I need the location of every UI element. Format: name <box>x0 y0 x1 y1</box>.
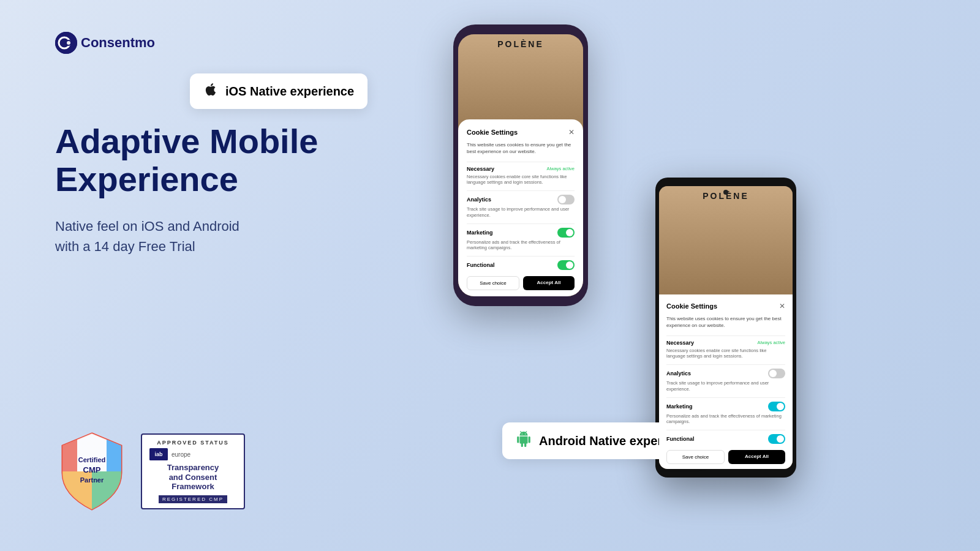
svg-rect-4 <box>62 433 77 471</box>
ios-screen: POLÈNE Cookie Settings ✕ This website us… <box>458 34 583 296</box>
svg-rect-5 <box>107 433 121 471</box>
android-marketing-section: Marketing Personalize ads and track the … <box>666 402 785 425</box>
android-necessary-desc: Necessary cookies enable core site funct… <box>666 348 785 360</box>
android-always-active: Always active <box>758 340 785 345</box>
ios-functional-title: Functional <box>467 262 495 268</box>
ios-accept-button[interactable]: Accept All <box>523 276 575 290</box>
ios-analytics-desc: Track site usage to improve performance … <box>467 206 575 219</box>
ios-necessary-section: Necessary Always active Necessary cookie… <box>467 166 575 186</box>
ios-analytics-title: Analytics <box>467 197 491 203</box>
android-screen: POLÈNE Cookie Settings ✕ This website us… <box>659 186 793 469</box>
ios-save-button[interactable]: Save choice <box>467 276 519 290</box>
ios-phone-container: POLÈNE Cookie Settings ✕ This website us… <box>453 24 588 306</box>
iab-registered-text: REGISTERED CMP <box>159 495 227 503</box>
android-close-button[interactable]: ✕ <box>779 302 785 310</box>
android-necessary-section: Necessary Always active Necessary cookie… <box>666 340 785 360</box>
android-necessary-title: Necessary <box>666 340 694 346</box>
badges-area: Certified CMP Partner APPROVED STATUS ia… <box>55 429 245 514</box>
main-title: Adaptive Mobile Experience <box>55 122 318 198</box>
ios-dialog-desc: This website uses cookies to ensure you … <box>467 141 575 155</box>
svg-text:iab: iab <box>154 451 163 457</box>
ios-functional-toggle[interactable] <box>557 260 575 270</box>
subtitle: Native feel on iOS and Android with a 14… <box>55 216 318 257</box>
camera-dot <box>723 190 728 195</box>
hero-section: Adaptive Mobile Experience Native feel o… <box>55 122 318 257</box>
android-dialog-buttons: Save choice Accept All <box>666 450 785 464</box>
ios-marketing-toggle[interactable] <box>557 228 575 238</box>
iab-logo-row: iab europe <box>149 448 236 460</box>
android-analytics-desc: Track site usage to improve performance … <box>666 380 785 392</box>
ios-marketing-desc: Personalize ads and track the effectiven… <box>467 239 575 252</box>
ios-phone: POLÈNE Cookie Settings ✕ This website us… <box>453 24 588 306</box>
ios-close-button[interactable]: ✕ <box>568 128 575 137</box>
svg-text:Partner: Partner <box>80 476 104 484</box>
ios-functional-section: Functional <box>467 260 575 270</box>
android-icon <box>516 431 532 451</box>
ios-dialog-title: Cookie Settings <box>467 129 518 136</box>
android-dialog-header: Cookie Settings ✕ <box>666 302 785 310</box>
ios-necessary-title: Necessary <box>467 166 494 172</box>
polene-label-ios: POLÈNE <box>497 39 544 49</box>
android-marketing-toggle[interactable] <box>768 402 785 411</box>
iab-approved-text: APPROVED STATUS <box>149 440 236 446</box>
iab-europe-text: europe <box>172 451 190 458</box>
ios-label-badge: iOS Native experience <box>190 73 368 109</box>
ios-dialog-header: Cookie Settings ✕ <box>467 128 575 137</box>
ios-marketing-title: Marketing <box>467 230 493 236</box>
ios-analytics-section: Analytics Track site usage to improve pe… <box>467 195 575 219</box>
ios-analytics-toggle[interactable] <box>557 195 575 204</box>
android-dialog-title: Cookie Settings <box>666 302 717 310</box>
ios-necessary-desc: Necessary cookies enable core site funct… <box>467 174 575 186</box>
ios-always-active: Always active <box>547 166 575 171</box>
iab-title: Transparency and Consent Framework <box>149 463 236 492</box>
cmp-badge: Certified CMP Partner <box>55 429 129 514</box>
cookie-dialog-android: Cookie Settings ✕ This website uses cook… <box>659 294 793 469</box>
ios-marketing-section: Marketing Personalize ads and track the … <box>467 228 575 252</box>
apple-icon <box>203 82 218 100</box>
android-dialog-desc: This website uses cookies to ensure you … <box>666 315 785 329</box>
android-accept-button[interactable]: Accept All <box>728 450 785 464</box>
android-functional-section: Functional <box>666 434 785 444</box>
android-marketing-desc: Personalize ads and track the effectiven… <box>666 413 785 425</box>
logo-icon <box>55 32 77 54</box>
android-functional-toggle[interactable] <box>768 434 785 444</box>
ios-label-text: iOS Native experience <box>225 84 354 99</box>
android-phone: POLÈNE Cookie Settings ✕ This website us… <box>655 178 796 478</box>
svg-text:Certified: Certified <box>78 456 106 463</box>
android-marketing-title: Marketing <box>666 403 693 410</box>
android-phone-container: POLÈNE Cookie Settings ✕ This website us… <box>655 178 796 478</box>
logo-text: Consentmo <box>81 35 155 51</box>
logo: Consentmo <box>55 32 155 54</box>
ios-dialog-buttons: Save choice Accept All <box>467 276 575 290</box>
iab-badge: APPROVED STATUS iab europe Transparency … <box>141 433 245 509</box>
svg-text:CMP: CMP <box>83 465 101 474</box>
android-save-button[interactable]: Save choice <box>666 450 725 464</box>
android-analytics-title: Analytics <box>666 370 691 377</box>
android-analytics-toggle[interactable] <box>768 369 785 378</box>
android-analytics-section: Analytics Track site usage to improve pe… <box>666 369 785 392</box>
cookie-dialog-ios: Cookie Settings ✕ This website uses cook… <box>458 119 583 296</box>
svg-point-3 <box>67 41 70 45</box>
android-functional-title: Functional <box>666 436 695 442</box>
